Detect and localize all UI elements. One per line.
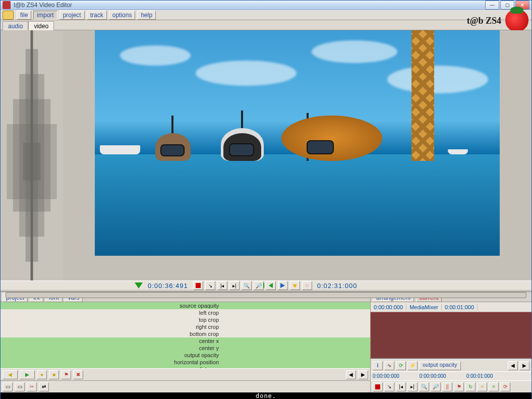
property-row[interactable]: distance bbox=[1, 366, 370, 368]
zoom-in-button[interactable]: 🔍 bbox=[242, 281, 252, 290]
prop-right-button[interactable]: ▶ bbox=[358, 370, 368, 379]
total-time: 0:02:31:000 bbox=[317, 282, 358, 290]
prop-delete-button[interactable]: ✖ bbox=[73, 370, 83, 379]
properties-panel: project f/x font vars source opaquitylef… bbox=[1, 292, 370, 392]
prop-prev-button[interactable]: ◀ bbox=[3, 370, 18, 379]
app-window: t@b ZS4 Video Editor — ▢ ✕ file import p… bbox=[0, 0, 532, 399]
menu-options[interactable]: options bbox=[109, 11, 136, 20]
property-list[interactable]: source opaquityleft croptop cropright cr… bbox=[1, 302, 370, 368]
stop-button[interactable] bbox=[193, 281, 203, 290]
tr0: 0:00:00:000 bbox=[373, 373, 399, 379]
playhead-marker[interactable] bbox=[135, 282, 143, 289]
property-row[interactable]: center x bbox=[1, 337, 370, 345]
g-skip-button[interactable]: ↘ bbox=[384, 382, 394, 391]
property-controls: ◀ ▶ ● ■ ⚑ ✖ ◀ ▶ bbox=[1, 368, 370, 380]
arrangement-panel: arrangement current 0:00:00:000 MediaMix… bbox=[370, 292, 531, 392]
link-button[interactable]: ⇄ bbox=[39, 382, 49, 391]
step-fwd-button[interactable]: ▸| bbox=[229, 281, 240, 290]
tab-audio[interactable]: audio bbox=[3, 21, 28, 30]
bottom-panels: project f/x font vars source opaquitylef… bbox=[1, 292, 531, 392]
g-collapse-button[interactable]: ✧ bbox=[489, 382, 499, 391]
waveform bbox=[1, 30, 63, 280]
prev-button[interactable] bbox=[266, 281, 276, 290]
sel2-button[interactable]: ▭ bbox=[15, 382, 25, 391]
menu-track[interactable]: track bbox=[87, 11, 107, 20]
property-row[interactable]: bottom crop bbox=[1, 330, 370, 337]
timeline-scrollbar[interactable] bbox=[1, 291, 531, 292]
status-bar: done. bbox=[1, 392, 531, 399]
loop-button[interactable]: ⟳ bbox=[396, 361, 406, 370]
prop-square-button[interactable]: ■ bbox=[49, 370, 59, 379]
video-preview bbox=[63, 30, 531, 280]
prop-flag-button[interactable]: ⚑ bbox=[61, 370, 71, 379]
property-row[interactable]: source opaquity bbox=[1, 302, 370, 309]
output-opacity-button[interactable]: output opacity bbox=[419, 361, 461, 370]
strawberry-icon bbox=[505, 10, 528, 32]
tab-video[interactable]: video bbox=[28, 21, 54, 30]
arr-right-button[interactable]: ▶ bbox=[519, 361, 529, 370]
g-redo-button[interactable]: ↻ bbox=[465, 382, 476, 391]
menu-project[interactable]: project bbox=[60, 11, 85, 20]
minimize-button[interactable]: — bbox=[485, 1, 499, 10]
time-ruler: 0:00:00:000 0:00:00:000 0:00:01:000 bbox=[371, 371, 531, 380]
menu-file[interactable]: file bbox=[17, 11, 31, 20]
tr2: 0:00:01:000 bbox=[466, 373, 493, 379]
titlebar: t@b ZS4 Video Editor — ▢ ✕ bbox=[1, 1, 531, 10]
zoom-out-button[interactable]: 🔎 bbox=[254, 281, 264, 290]
brand: t@b ZS4 bbox=[467, 10, 528, 32]
arr-end: 0:00:01:000 bbox=[442, 304, 478, 310]
menubar: file import project track options help t… bbox=[1, 10, 531, 20]
arrangement-header: 0:00:00:000 MediaMixer 0:00:01:000 bbox=[371, 302, 531, 312]
g-refresh-button[interactable]: ⟳ bbox=[500, 382, 510, 391]
prop-left-button[interactable]: ◀ bbox=[346, 370, 356, 379]
wave-button[interactable]: ∿ bbox=[384, 361, 394, 370]
arr-start: 0:00:00:000 bbox=[371, 304, 406, 310]
preview-area bbox=[1, 30, 531, 280]
property-row[interactable]: output opacity bbox=[1, 352, 370, 359]
g-align-button[interactable]: || bbox=[442, 382, 452, 391]
property-row[interactable]: horizontal position bbox=[1, 359, 370, 366]
tr1: 0:00:00:000 bbox=[420, 373, 446, 379]
bolt-button[interactable]: ⚡ bbox=[407, 361, 418, 370]
property-row[interactable]: center y bbox=[1, 345, 370, 352]
window-title: t@b ZS4 Video Editor bbox=[14, 2, 485, 9]
g-zoomin-button[interactable]: 🔍 bbox=[419, 382, 429, 391]
menu-import[interactable]: import bbox=[33, 11, 57, 20]
menu-help[interactable]: help bbox=[137, 11, 156, 20]
g-flag-button[interactable]: ⚑ bbox=[454, 382, 464, 391]
transport-bar: 0:00:36:491 ↘ |◂ ▸| 🔍 🔎 ♥ ♥ 0:02:31:000 bbox=[1, 280, 531, 291]
play-button[interactable] bbox=[278, 281, 288, 290]
property-controls-2: ▭ ▭ ✂ ⇄ bbox=[1, 380, 370, 392]
sel1-button[interactable]: ▭ bbox=[3, 382, 13, 391]
track-controls: i ∿ ⟳ ⚡ output opacity ◀ ▶ bbox=[371, 359, 531, 371]
skip-back-button[interactable]: ↘ bbox=[205, 281, 215, 290]
global-controls: ↘ |◂ ▸| 🔍 🔎 || ⚑ ↻ ✧ ✧ ⟳ bbox=[371, 380, 531, 392]
g-stepfwd-button[interactable]: ▸| bbox=[407, 382, 418, 391]
brand-text: t@b ZS4 bbox=[467, 16, 501, 26]
favorite-button[interactable]: ♥ bbox=[290, 281, 300, 290]
track-region[interactable] bbox=[371, 312, 531, 359]
property-row[interactable]: left crop bbox=[1, 309, 370, 316]
svg-rect-5 bbox=[23, 143, 41, 180]
g-expand-button[interactable]: ✧ bbox=[477, 382, 487, 391]
g-stop-button[interactable] bbox=[373, 382, 383, 391]
video-frame bbox=[95, 30, 500, 256]
g-zoomout-button[interactable]: 🔎 bbox=[431, 382, 441, 391]
favorite2-button[interactable]: ♥ bbox=[302, 281, 312, 290]
prop-play-button[interactable]: ▶ bbox=[20, 370, 35, 379]
prop-dot-button[interactable]: ● bbox=[37, 370, 47, 379]
app-icon bbox=[3, 1, 11, 9]
current-time: 0:00:36:491 bbox=[148, 282, 188, 290]
g-stepback-button[interactable]: |◂ bbox=[396, 382, 406, 391]
info-button[interactable]: i bbox=[373, 361, 383, 370]
property-row[interactable]: right crop bbox=[1, 323, 370, 330]
arr-name: MediaMixer bbox=[406, 304, 442, 310]
av-tabs: audio video bbox=[1, 20, 531, 30]
property-row[interactable]: top crop bbox=[1, 316, 370, 323]
open-icon[interactable] bbox=[3, 11, 14, 20]
arr-left-button[interactable]: ◀ bbox=[508, 361, 518, 370]
cut-button[interactable]: ✂ bbox=[27, 382, 37, 391]
step-back-button[interactable]: |◂ bbox=[217, 281, 227, 290]
